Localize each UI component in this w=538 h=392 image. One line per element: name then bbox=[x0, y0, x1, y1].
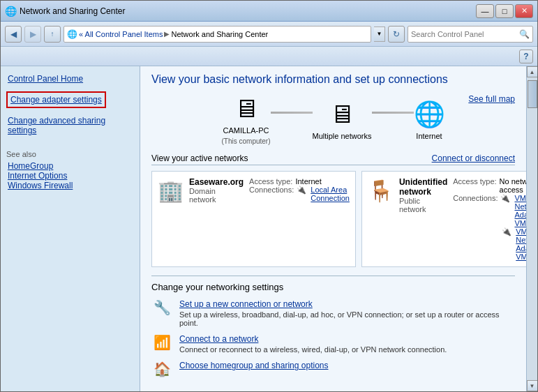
window-controls: — □ ✕ bbox=[476, 4, 533, 18]
refresh-button[interactable]: ↻ bbox=[388, 26, 405, 43]
sidebar-see-also: See also HomeGroup Internet Options Wind… bbox=[6, 150, 134, 190]
scroll-track bbox=[527, 77, 537, 380]
connection-icon-1: 🔌 bbox=[297, 186, 306, 202]
main-window: 🌐 Network and Sharing Center — □ ✕ ◀ ▶ ↑… bbox=[0, 0, 538, 392]
sidebar-change-advanced-sharing[interactable]: Change advanced sharingsettings bbox=[6, 115, 134, 136]
networking-settings: Change your networking settings 🔧 Set up… bbox=[151, 276, 515, 377]
unidentified-type: Public network bbox=[399, 197, 447, 213]
new-connection-icon: 🔧 bbox=[151, 299, 172, 316]
settings-title: Change your networking settings bbox=[151, 282, 515, 292]
unidentified-access-value: No network access bbox=[500, 177, 526, 194]
breadcrumb-all-items[interactable]: « All Control Panel Items bbox=[79, 30, 163, 38]
content-title: View your basic network information and … bbox=[151, 73, 515, 86]
network-node-multiple: 🖥 Multiple networks bbox=[313, 100, 372, 140]
sidebar-windows-firewall[interactable]: Windows Firewall bbox=[6, 180, 74, 191]
easeware-access-row: Access type: Internet bbox=[249, 177, 350, 186]
unidentified-conn-label: Connections: bbox=[453, 194, 498, 227]
multiple-networks-label: Multiple networks bbox=[313, 132, 372, 140]
internet-label: Internet bbox=[416, 132, 442, 140]
connect-network-link[interactable]: Connect to a network bbox=[179, 334, 515, 344]
breadcrumb-dropdown[interactable]: ▼ bbox=[374, 27, 385, 42]
active-networks-header: View your active networks Connect or dis… bbox=[151, 153, 515, 165]
internet-icon: 🌐 bbox=[414, 100, 445, 129]
connections-label: Connections: bbox=[249, 186, 294, 202]
forward-button[interactable]: ▶ bbox=[24, 26, 41, 43]
help-button[interactable]: ? bbox=[519, 50, 533, 63]
search-box: 🔍 bbox=[408, 26, 533, 43]
homegroup-settings-icon: 🏠 bbox=[151, 361, 172, 377]
sidebar: Control Panel Home Change adapter settin… bbox=[1, 66, 140, 391]
line-1 bbox=[271, 112, 313, 114]
vmnet1-link[interactable]: VMware Network Adapter VMnet1 bbox=[514, 194, 526, 227]
homegroup-settings-link[interactable]: Choose homegroup and sharing options bbox=[179, 361, 515, 370]
unidentified-icon: 🪑 bbox=[368, 179, 394, 261]
settings-item-new-connection: 🔧 Set up a new connection or network Set… bbox=[151, 299, 515, 327]
up-button[interactable]: ↑ bbox=[44, 26, 61, 43]
access-type-label: Access type: bbox=[249, 177, 292, 186]
vmnet8-link[interactable]: VMware Network Adapter VMnet8 bbox=[516, 227, 526, 261]
unidentified-card: 🪑 Unidentified network Public network Ac… bbox=[361, 171, 526, 267]
main-area: Control Panel Home Change adapter settin… bbox=[1, 66, 537, 391]
easeware-card: 🏢 Easeware.org Domain network Access typ… bbox=[151, 171, 356, 267]
see-also-title: See also bbox=[6, 150, 134, 158]
window-icon: 🌐 bbox=[5, 6, 17, 17]
scroll-thumb[interactable] bbox=[528, 80, 537, 108]
breadcrumb-bar: 🌐 « All Control Panel Items ▶ Network an… bbox=[63, 26, 371, 43]
scrollbar: ▲ ▼ bbox=[526, 66, 537, 391]
address-bar: ◀ ▶ ↑ 🌐 « All Control Panel Items ▶ Netw… bbox=[1, 22, 537, 47]
connect-network-desc: Connect or reconnect to a wireless, wire… bbox=[179, 345, 515, 354]
search-icon[interactable]: 🔍 bbox=[519, 29, 530, 39]
networks-grid: 🏢 Easeware.org Domain network Access typ… bbox=[151, 171, 515, 267]
computer-icon: 🖥 bbox=[234, 94, 259, 123]
new-connection-desc: Set up a wireless, broadband, dial-up, a… bbox=[179, 310, 515, 327]
connect-network-icon: 📶 bbox=[151, 334, 172, 351]
title-bar-left: 🌐 Network and Sharing Center bbox=[5, 6, 125, 17]
line-2 bbox=[372, 112, 414, 114]
search-input[interactable] bbox=[411, 30, 519, 38]
computer-label: CAMILLA-PC bbox=[223, 126, 269, 135]
computer-sublabel: (This computer) bbox=[222, 137, 271, 145]
sidebar-change-adapter-settings[interactable]: Change adapter settings bbox=[6, 91, 106, 108]
scroll-up-arrow[interactable]: ▲ bbox=[527, 66, 538, 77]
easeware-name: Easeware.org bbox=[189, 177, 244, 187]
new-connection-link[interactable]: Set up a new connection or network bbox=[179, 299, 515, 309]
title-bar: 🌐 Network and Sharing Center — □ ✕ bbox=[1, 1, 537, 22]
see-full-map-link[interactable]: See full map bbox=[468, 94, 515, 104]
network-node-internet: 🌐 Internet bbox=[414, 100, 445, 140]
easeware-icon: 🏢 bbox=[158, 179, 184, 261]
minimize-button[interactable]: — bbox=[476, 4, 494, 18]
sidebar-control-panel-home[interactable]: Control Panel Home bbox=[6, 73, 134, 84]
toolbar: ? bbox=[1, 47, 537, 66]
scroll-down-arrow[interactable]: ▼ bbox=[527, 380, 538, 391]
settings-item-connect-network: 📶 Connect to a network Connect or reconn… bbox=[151, 334, 515, 354]
conn-icon-2: 🔌 bbox=[500, 194, 510, 227]
unidentified-access-row: Access type: No network access bbox=[453, 177, 526, 194]
maximize-button[interactable]: □ bbox=[495, 4, 514, 18]
active-networks-title: View your active networks bbox=[151, 153, 248, 163]
multiple-networks-icon: 🖥 bbox=[329, 100, 354, 129]
unidentified-access-label: Access type: bbox=[453, 177, 496, 194]
network-diagram: 🖥 CAMILLA-PC (This computer) 🖥 Multiple … bbox=[151, 94, 515, 145]
easeware-type: Domain network bbox=[189, 187, 244, 204]
conn-icon-3: 🔌 bbox=[502, 227, 511, 261]
easeware-access-value: Internet bbox=[295, 177, 321, 186]
local-area-connection-link[interactable]: Local Area Connection bbox=[311, 186, 350, 202]
close-button[interactable]: ✕ bbox=[515, 4, 533, 18]
content-panel: View your basic network information and … bbox=[140, 66, 526, 391]
network-node-computer: 🖥 CAMILLA-PC (This computer) bbox=[222, 94, 271, 145]
window-title: Network and Sharing Center bbox=[20, 6, 125, 16]
connect-disconnect-link[interactable]: Connect or disconnect bbox=[432, 153, 515, 163]
back-button[interactable]: ◀ bbox=[5, 26, 22, 43]
unidentified-name: Unidentified network bbox=[399, 177, 447, 197]
settings-item-homegroup: 🏠 Choose homegroup and sharing options bbox=[151, 361, 515, 377]
breadcrumb-icon: 🌐 bbox=[67, 29, 77, 39]
breadcrumb-current: Network and Sharing Center bbox=[171, 30, 268, 38]
unidentified-conn-row-2: 🔌 VMware Network Adapter VMnet8 bbox=[453, 227, 526, 261]
unidentified-conn-row-1: Connections: 🔌 VMware Network Adapter VM… bbox=[453, 194, 526, 227]
easeware-connections-row: Connections: 🔌 Local Area Connection bbox=[249, 186, 350, 202]
